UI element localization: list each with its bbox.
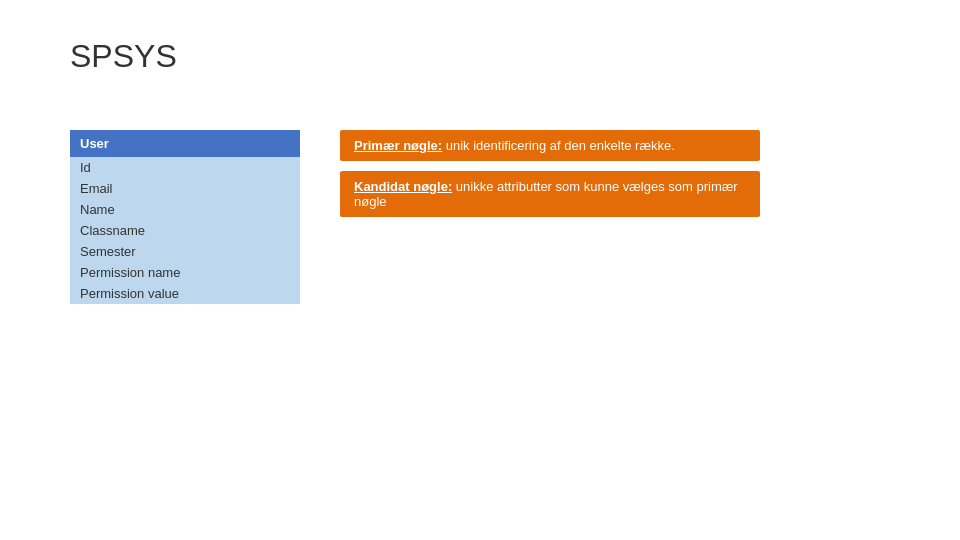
legend-container: Primær nøgle: unik identificering af den… — [340, 130, 760, 217]
candidate-key-legend: Kandidat nøgle: unikke attributter som k… — [340, 171, 760, 217]
page-title: SPSYS — [70, 38, 177, 75]
table-row: Permission value — [70, 283, 300, 304]
table-header: User — [70, 130, 300, 157]
primary-key-legend: Primær nøgle: unik identificering af den… — [340, 130, 760, 161]
primary-key-label: Primær nøgle: — [354, 138, 442, 153]
table-row: Email — [70, 178, 300, 199]
table-body: IdEmailNameClassnameSemesterPermission n… — [70, 157, 300, 304]
table-row: Id — [70, 157, 300, 178]
table-row: Permission name — [70, 262, 300, 283]
table-row: Classname — [70, 220, 300, 241]
entity-table: User IdEmailNameClassnameSemesterPermiss… — [70, 130, 300, 304]
table-row: Name — [70, 199, 300, 220]
primary-key-description: unik identificering af den enkelte række… — [442, 138, 675, 153]
table-row: Semester — [70, 241, 300, 262]
candidate-key-label: Kandidat nøgle: — [354, 179, 452, 194]
